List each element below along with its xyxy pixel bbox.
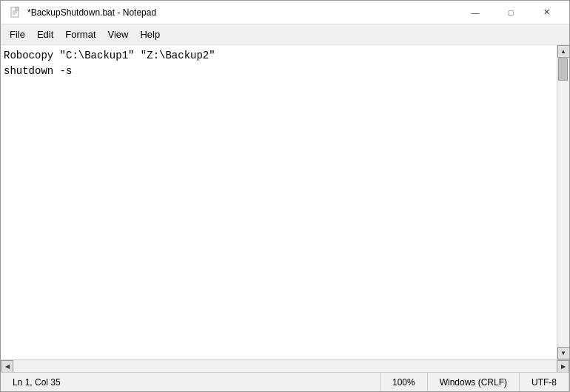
status-line-ending: Windows (CRLF) xyxy=(428,373,520,391)
status-encoding: UTF-8 xyxy=(520,373,569,391)
menu-edit[interactable]: Edit xyxy=(31,26,59,43)
title-bar-left: *BackupShutdown.bat - Notepad xyxy=(10,7,156,18)
scroll-right-button[interactable]: ▶ xyxy=(557,360,569,373)
vertical-scrollbar[interactable]: ▲ ▼ xyxy=(557,45,569,359)
menu-file[interactable]: File xyxy=(4,26,31,43)
menu-view[interactable]: View xyxy=(102,26,135,43)
text-editor[interactable]: Robocopy "C:\Backup1" "Z:\Backup2" shutd… xyxy=(1,45,557,359)
notepad-window: *BackupShutdown.bat - Notepad — □ ✕ File… xyxy=(0,0,570,392)
status-position: Ln 1, Col 35 xyxy=(1,373,380,391)
window-title: *BackupShutdown.bat - Notepad xyxy=(27,7,156,18)
scroll-thumb-v[interactable] xyxy=(558,58,568,81)
title-bar: *BackupShutdown.bat - Notepad — □ ✕ xyxy=(1,1,569,24)
title-controls: — □ ✕ xyxy=(458,1,563,24)
editor-area: Robocopy "C:\Backup1" "Z:\Backup2" shutd… xyxy=(1,45,569,359)
scroll-down-button[interactable]: ▼ xyxy=(557,347,570,359)
scroll-track-h[interactable] xyxy=(13,360,557,372)
status-bar: Ln 1, Col 35 100% Windows (CRLF) UTF-8 xyxy=(1,372,569,391)
maximize-button[interactable]: □ xyxy=(494,1,528,24)
menu-help[interactable]: Help xyxy=(134,26,166,43)
scroll-up-button[interactable]: ▲ xyxy=(557,45,570,58)
minimize-button[interactable]: — xyxy=(458,1,492,24)
menu-format[interactable]: Format xyxy=(59,26,101,43)
menu-bar: File Edit Format View Help xyxy=(1,24,569,45)
close-button[interactable]: ✕ xyxy=(529,1,563,24)
scroll-left-button[interactable]: ◀ xyxy=(1,360,13,373)
svg-rect-1 xyxy=(16,7,19,10)
horizontal-scrollbar[interactable]: ◀ ▶ xyxy=(1,359,569,372)
scroll-track-v[interactable] xyxy=(557,58,569,347)
status-zoom: 100% xyxy=(380,373,428,391)
app-icon xyxy=(10,7,21,18)
